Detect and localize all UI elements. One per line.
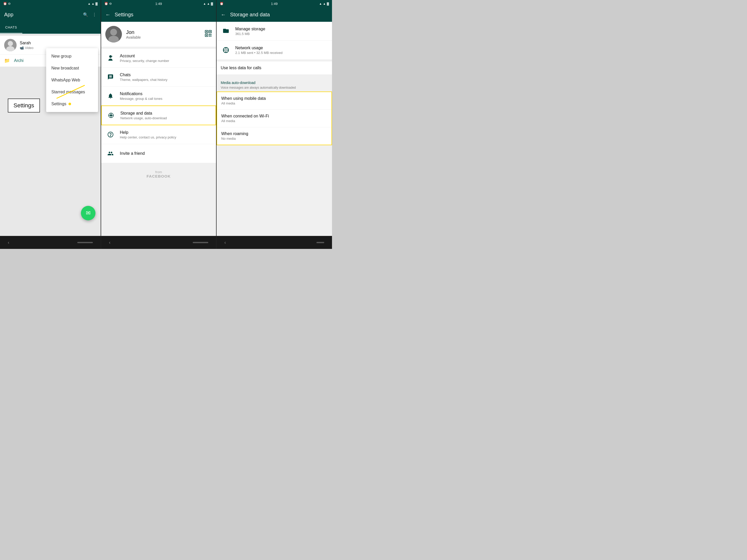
- folder-icon: [221, 26, 231, 36]
- notifications-subtitle: Message, group & call tones: [120, 97, 212, 101]
- time-display-2: 1:49: [155, 2, 162, 6]
- invite-icon: [105, 148, 116, 159]
- block-icon-2: ⊖: [109, 2, 112, 5]
- chats-title: Chats: [120, 73, 212, 77]
- manage-section: Manage storage 361.5 MB Network usage 2.…: [216, 22, 332, 59]
- network-icon: [221, 45, 231, 55]
- notifications-icon: [105, 91, 116, 101]
- bottom-nav-3: ‹: [216, 236, 332, 249]
- top-bar-2: ← Settings: [101, 7, 216, 22]
- status-bar-3: ⏰ 1:49 ▲ ▲ ▓: [216, 0, 332, 7]
- settings-row-notifications[interactable]: Notifications Message, group & call tone…: [101, 87, 216, 106]
- svg-point-4: [110, 29, 117, 35]
- panel-settings: ⏰ ⊖ 1:49 ▲ ▲ ▓ ← Settings Jon A: [101, 0, 216, 249]
- notifications-title: Notifications: [120, 91, 212, 96]
- network-usage-row[interactable]: Network usage 2.1 MB sent • 32.5 MB rece…: [216, 41, 332, 59]
- wifi-icon-2: ▲: [203, 2, 206, 5]
- user-status: Available: [126, 35, 205, 39]
- home-pill-2[interactable]: [193, 242, 208, 243]
- svg-rect-7: [206, 31, 207, 32]
- dropdown-new-group[interactable]: New group: [46, 50, 98, 62]
- chat-name: Sarah: [20, 41, 97, 45]
- notification-dot: [69, 103, 71, 105]
- more-icon[interactable]: ⋮: [92, 12, 97, 17]
- media-auto-download-header: Media auto-download Voice messages are a…: [216, 77, 332, 91]
- account-icon: [105, 53, 116, 63]
- manage-storage-title: Manage storage: [235, 27, 328, 31]
- chats-text: Chats Theme, wallpapers, chat history: [120, 73, 212, 82]
- compose-icon: ✉: [86, 210, 91, 216]
- qr-icon[interactable]: [205, 30, 212, 38]
- notifications-text: Notifications Message, group & call tone…: [120, 91, 212, 101]
- svg-rect-13: [210, 34, 211, 35]
- use-less-data-title: Use less data for calls: [221, 65, 328, 70]
- roaming-title: When roaming: [221, 131, 327, 136]
- alarm-icon-3: ⏰: [220, 2, 224, 5]
- dropdown-settings[interactable]: Settings: [46, 98, 98, 110]
- back-chevron-3[interactable]: ‹: [224, 240, 226, 245]
- media-section-label: Media auto-download: [221, 81, 328, 85]
- svg-rect-9: [210, 31, 211, 32]
- panel-storage-data: ⏰ 1:49 ▲ ▲ ▓ ← Storage and data Manage s…: [216, 0, 332, 249]
- user-info: Jon Available: [126, 29, 205, 39]
- wifi-icon-3: ▲: [319, 2, 322, 5]
- wifi-icon: ▲: [88, 2, 91, 5]
- avatar: [4, 39, 17, 51]
- bottom-nav-2: ‹: [101, 236, 216, 249]
- dropdown-starred-messages[interactable]: Starred messages: [46, 86, 98, 98]
- back-button-3[interactable]: ←: [221, 12, 226, 18]
- help-title: Help: [120, 130, 212, 135]
- compose-fab[interactable]: ✉: [81, 206, 96, 220]
- panel-whatsapp-main: ⏰ ⊖ ▲ ▲ ▓ App 🔍 ⋮ CHATS: [0, 0, 101, 249]
- dropdown-whatsapp-web[interactable]: WhatsApp Web: [46, 74, 98, 86]
- signal-icon-3: ▲: [323, 2, 326, 5]
- signal-icon: ▲: [92, 2, 95, 5]
- settings-row-invite[interactable]: Invite a friend: [101, 144, 216, 163]
- invite-text: Invite a friend: [120, 151, 212, 156]
- user-profile-row[interactable]: Jon Available: [101, 22, 216, 47]
- battery-icon-3: ▓: [327, 2, 329, 5]
- home-pill-3[interactable]: [316, 242, 324, 243]
- time-display-3: 1:49: [271, 2, 278, 6]
- archive-icon: 📁: [4, 58, 10, 63]
- back-chevron-2[interactable]: ‹: [109, 240, 110, 245]
- settings-row-account[interactable]: Account Privacy, security, change number: [101, 49, 216, 68]
- media-row-mobile-data[interactable]: When using mobile data All media: [217, 92, 332, 110]
- dropdown-new-broadcast[interactable]: New broadcast: [46, 62, 98, 74]
- account-title: Account: [120, 54, 212, 58]
- use-less-data-row[interactable]: Use less data for calls: [216, 61, 332, 74]
- svg-point-1: [8, 41, 13, 46]
- svg-rect-14: [209, 35, 210, 36]
- back-chevron[interactable]: ‹: [8, 240, 9, 245]
- back-button-2[interactable]: ←: [105, 12, 110, 18]
- media-row-wifi[interactable]: When connected on Wi-Fi All media: [217, 110, 332, 127]
- storage-data-title: Storage and data: [230, 12, 328, 18]
- status-left-icons-3: ⏰: [220, 2, 224, 5]
- top-bar-3: ← Storage and data: [216, 7, 332, 22]
- footer-from: from FACEBOOK: [101, 165, 216, 184]
- status-left-icons: ⏰ ⊖: [3, 2, 10, 5]
- settings-row-help[interactable]: Help Help center, contact us, privacy po…: [101, 125, 216, 144]
- manage-storage-row[interactable]: Manage storage 361.5 MB: [216, 22, 332, 41]
- top-bar-1: App 🔍 ⋮: [0, 7, 101, 22]
- dropdown-menu: New group New broadcast WhatsApp Web Sta…: [46, 48, 98, 112]
- home-pill[interactable]: [77, 242, 93, 243]
- help-subtitle: Help center, contact us, privacy policy: [120, 135, 212, 139]
- manage-storage-text: Manage storage 361.5 MB: [235, 27, 328, 36]
- settings-row-chats[interactable]: Chats Theme, wallpapers, chat history: [101, 68, 216, 87]
- settings-items-section: Account Privacy, security, change number…: [101, 49, 216, 163]
- tab-chats[interactable]: CHATS: [0, 22, 22, 33]
- media-description: Voice messages are always automatically …: [221, 86, 328, 89]
- status-right-icons-2: ▲ ▲ ▓: [203, 2, 213, 5]
- svg-point-17: [110, 114, 112, 116]
- search-icon[interactable]: 🔍: [83, 12, 88, 17]
- network-usage-detail: 2.1 MB sent • 32.5 MB received: [235, 51, 328, 55]
- roaming-subtitle: No media: [221, 137, 327, 140]
- settings-list: Jon Available: [101, 22, 216, 236]
- block-icon: ⊖: [8, 2, 10, 5]
- bottom-nav-1: ‹: [0, 236, 101, 249]
- media-row-roaming[interactable]: When roaming No media: [217, 127, 332, 145]
- settings-row-storage[interactable]: Storage and data Network usage, auto-dow…: [101, 106, 216, 125]
- storage-text: Storage and data Network usage, auto-dow…: [120, 111, 211, 120]
- status-bar-1: ⏰ ⊖ ▲ ▲ ▓: [0, 0, 101, 7]
